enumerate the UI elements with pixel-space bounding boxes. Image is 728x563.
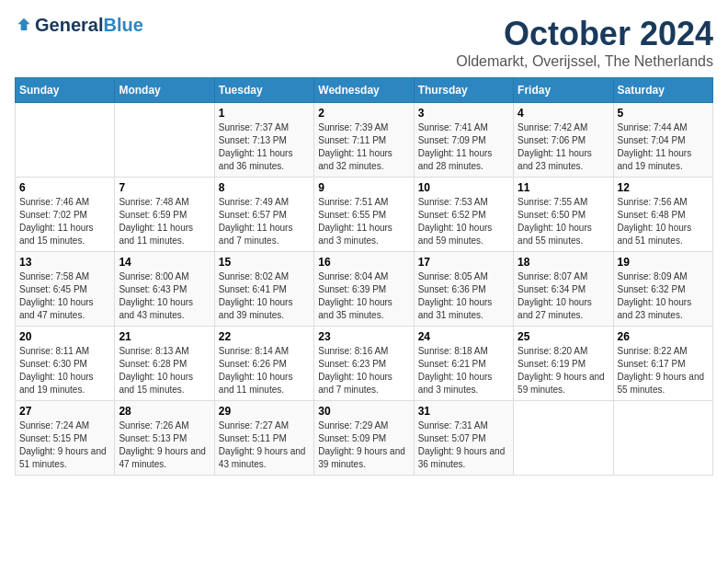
calendar-header: SundayMondayTuesdayWednesdayThursdayFrid… xyxy=(16,78,713,103)
location-title: Oldemarkt, Overijssel, The Netherlands xyxy=(456,53,713,70)
day-number: 10 xyxy=(418,181,509,194)
page-header: GeneralBlue October 2024 Oldemarkt, Over… xyxy=(15,15,713,70)
day-number: 6 xyxy=(19,181,110,194)
calendar-cell: 30Sunrise: 7:29 AM Sunset: 5:09 PM Dayli… xyxy=(314,401,414,476)
calendar-cell: 15Sunrise: 8:02 AM Sunset: 6:41 PM Dayli… xyxy=(214,252,313,327)
calendar-cell: 24Sunrise: 8:18 AM Sunset: 6:21 PM Dayli… xyxy=(414,327,513,401)
day-info: Sunrise: 7:27 AM Sunset: 5:11 PM Dayligh… xyxy=(219,419,310,471)
calendar-week-row: 20Sunrise: 8:11 AM Sunset: 6:30 PM Dayli… xyxy=(16,327,713,401)
weekday-header: Monday xyxy=(115,78,214,103)
calendar-cell xyxy=(514,401,613,476)
day-info: Sunrise: 7:48 AM Sunset: 6:59 PM Dayligh… xyxy=(119,196,210,247)
logo-icon xyxy=(15,17,33,35)
day-number: 14 xyxy=(119,256,210,269)
day-info: Sunrise: 7:53 AM Sunset: 6:52 PM Dayligh… xyxy=(418,196,509,247)
day-number: 7 xyxy=(119,181,210,194)
day-number: 30 xyxy=(318,405,409,418)
logo-general-text: General xyxy=(35,15,103,36)
calendar-cell: 14Sunrise: 8:00 AM Sunset: 6:43 PM Dayli… xyxy=(115,252,214,327)
day-info: Sunrise: 7:41 AM Sunset: 7:09 PM Dayligh… xyxy=(418,121,509,173)
calendar-cell: 13Sunrise: 7:58 AM Sunset: 6:45 PM Dayli… xyxy=(16,252,115,327)
calendar-cell: 20Sunrise: 8:11 AM Sunset: 6:30 PM Dayli… xyxy=(16,327,115,401)
day-info: Sunrise: 8:09 AM Sunset: 6:32 PM Dayligh… xyxy=(618,270,709,322)
calendar-cell: 23Sunrise: 8:16 AM Sunset: 6:23 PM Dayli… xyxy=(314,327,414,401)
weekday-header: Wednesday xyxy=(314,78,414,103)
day-info: Sunrise: 8:04 AM Sunset: 6:39 PM Dayligh… xyxy=(318,270,409,322)
day-number: 31 xyxy=(418,405,509,418)
day-number: 3 xyxy=(418,107,509,120)
day-info: Sunrise: 7:37 AM Sunset: 7:13 PM Dayligh… xyxy=(219,121,310,173)
day-number: 26 xyxy=(618,330,709,343)
calendar-cell: 5Sunrise: 7:44 AM Sunset: 7:04 PM Daylig… xyxy=(613,103,712,178)
calendar-cell: 18Sunrise: 8:07 AM Sunset: 6:34 PM Dayli… xyxy=(514,252,613,327)
day-number: 27 xyxy=(19,405,110,418)
day-info: Sunrise: 7:24 AM Sunset: 5:15 PM Dayligh… xyxy=(19,419,110,471)
logo-blue-text: Blue xyxy=(103,15,142,36)
weekday-header: Tuesday xyxy=(214,78,313,103)
calendar-cell: 11Sunrise: 7:55 AM Sunset: 6:50 PM Dayli… xyxy=(514,178,613,252)
calendar-cell: 7Sunrise: 7:48 AM Sunset: 6:59 PM Daylig… xyxy=(115,178,214,252)
calendar-cell: 22Sunrise: 8:14 AM Sunset: 6:26 PM Dayli… xyxy=(214,327,313,401)
day-info: Sunrise: 8:11 AM Sunset: 6:30 PM Dayligh… xyxy=(19,345,110,396)
calendar-week-row: 1Sunrise: 7:37 AM Sunset: 7:13 PM Daylig… xyxy=(16,103,713,178)
day-info: Sunrise: 8:05 AM Sunset: 6:36 PM Dayligh… xyxy=(418,270,509,322)
calendar-cell: 16Sunrise: 8:04 AM Sunset: 6:39 PM Dayli… xyxy=(314,252,414,327)
day-info: Sunrise: 8:14 AM Sunset: 6:26 PM Dayligh… xyxy=(219,345,310,396)
calendar-cell: 27Sunrise: 7:24 AM Sunset: 5:15 PM Dayli… xyxy=(16,401,115,476)
day-info: Sunrise: 8:16 AM Sunset: 6:23 PM Dayligh… xyxy=(318,345,409,396)
month-title: October 2024 xyxy=(456,15,713,53)
calendar-cell xyxy=(16,103,115,178)
day-number: 1 xyxy=(219,107,310,120)
day-number: 4 xyxy=(518,107,609,120)
calendar-cell: 1Sunrise: 7:37 AM Sunset: 7:13 PM Daylig… xyxy=(214,103,313,178)
calendar-cell: 8Sunrise: 7:49 AM Sunset: 6:57 PM Daylig… xyxy=(214,178,313,252)
calendar-cell: 26Sunrise: 8:22 AM Sunset: 6:17 PM Dayli… xyxy=(613,327,712,401)
day-info: Sunrise: 8:22 AM Sunset: 6:17 PM Dayligh… xyxy=(618,345,709,396)
calendar-cell: 17Sunrise: 8:05 AM Sunset: 6:36 PM Dayli… xyxy=(414,252,513,327)
day-info: Sunrise: 8:07 AM Sunset: 6:34 PM Dayligh… xyxy=(518,270,609,322)
day-number: 20 xyxy=(19,330,110,343)
calendar-cell: 6Sunrise: 7:46 AM Sunset: 7:02 PM Daylig… xyxy=(16,178,115,252)
day-info: Sunrise: 8:20 AM Sunset: 6:19 PM Dayligh… xyxy=(518,345,609,396)
calendar-week-row: 13Sunrise: 7:58 AM Sunset: 6:45 PM Dayli… xyxy=(16,252,713,327)
calendar-cell: 3Sunrise: 7:41 AM Sunset: 7:09 PM Daylig… xyxy=(414,103,513,178)
day-info: Sunrise: 7:55 AM Sunset: 6:50 PM Dayligh… xyxy=(518,196,609,247)
calendar-cell: 21Sunrise: 8:13 AM Sunset: 6:28 PM Dayli… xyxy=(115,327,214,401)
calendar-cell: 29Sunrise: 7:27 AM Sunset: 5:11 PM Dayli… xyxy=(214,401,313,476)
weekday-row: SundayMondayTuesdayWednesdayThursdayFrid… xyxy=(16,78,713,103)
day-number: 18 xyxy=(518,256,609,269)
day-number: 8 xyxy=(219,181,310,194)
calendar-week-row: 6Sunrise: 7:46 AM Sunset: 7:02 PM Daylig… xyxy=(16,178,713,252)
calendar-table: SundayMondayTuesdayWednesdayThursdayFrid… xyxy=(15,77,713,476)
calendar-cell: 12Sunrise: 7:56 AM Sunset: 6:48 PM Dayli… xyxy=(613,178,712,252)
calendar-body: 1Sunrise: 7:37 AM Sunset: 7:13 PM Daylig… xyxy=(16,103,713,476)
calendar-cell: 31Sunrise: 7:31 AM Sunset: 5:07 PM Dayli… xyxy=(414,401,513,476)
title-area: October 2024 Oldemarkt, Overijssel, The … xyxy=(456,15,713,70)
day-info: Sunrise: 7:39 AM Sunset: 7:11 PM Dayligh… xyxy=(318,121,409,173)
day-info: Sunrise: 8:00 AM Sunset: 6:43 PM Dayligh… xyxy=(119,270,210,322)
calendar-week-row: 27Sunrise: 7:24 AM Sunset: 5:15 PM Dayli… xyxy=(16,401,713,476)
day-number: 25 xyxy=(518,330,609,343)
logo: GeneralBlue xyxy=(15,15,143,36)
day-info: Sunrise: 8:18 AM Sunset: 6:21 PM Dayligh… xyxy=(418,345,509,396)
calendar-cell: 2Sunrise: 7:39 AM Sunset: 7:11 PM Daylig… xyxy=(314,103,414,178)
day-number: 12 xyxy=(618,181,709,194)
day-info: Sunrise: 7:49 AM Sunset: 6:57 PM Dayligh… xyxy=(219,196,310,247)
calendar-cell: 25Sunrise: 8:20 AM Sunset: 6:19 PM Dayli… xyxy=(514,327,613,401)
day-number: 5 xyxy=(618,107,709,120)
day-number: 15 xyxy=(219,256,310,269)
day-number: 24 xyxy=(418,330,509,343)
day-number: 22 xyxy=(219,330,310,343)
weekday-header: Thursday xyxy=(414,78,513,103)
weekday-header: Sunday xyxy=(16,78,115,103)
day-number: 13 xyxy=(19,256,110,269)
day-number: 23 xyxy=(318,330,409,343)
day-info: Sunrise: 8:13 AM Sunset: 6:28 PM Dayligh… xyxy=(119,345,210,396)
weekday-header: Friday xyxy=(514,78,613,103)
calendar-cell xyxy=(115,103,214,178)
day-info: Sunrise: 7:31 AM Sunset: 5:07 PM Dayligh… xyxy=(418,419,509,471)
day-number: 29 xyxy=(219,405,310,418)
day-info: Sunrise: 7:56 AM Sunset: 6:48 PM Dayligh… xyxy=(618,196,709,247)
day-info: Sunrise: 7:44 AM Sunset: 7:04 PM Dayligh… xyxy=(618,121,709,173)
calendar-cell: 9Sunrise: 7:51 AM Sunset: 6:55 PM Daylig… xyxy=(314,178,414,252)
